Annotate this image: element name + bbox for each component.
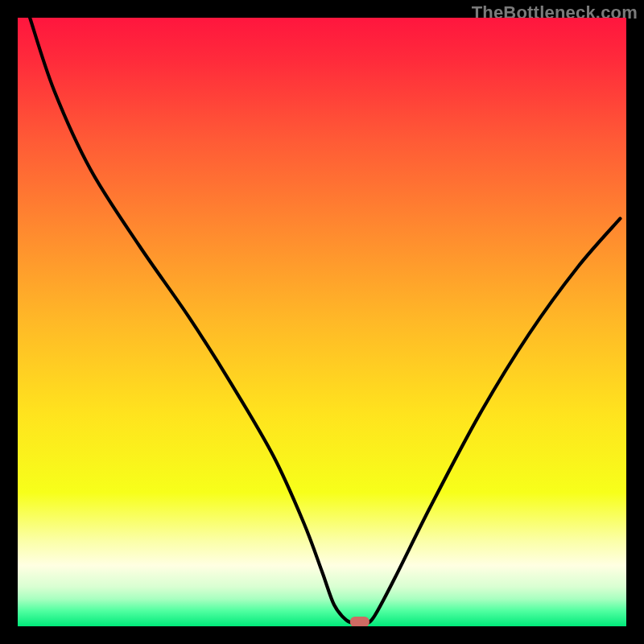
chart-stage: TheBottleneck.com bbox=[0, 0, 644, 644]
minimum-marker-icon bbox=[350, 617, 369, 626]
gradient-background bbox=[18, 18, 626, 626]
bottleneck-chart bbox=[18, 18, 626, 626]
